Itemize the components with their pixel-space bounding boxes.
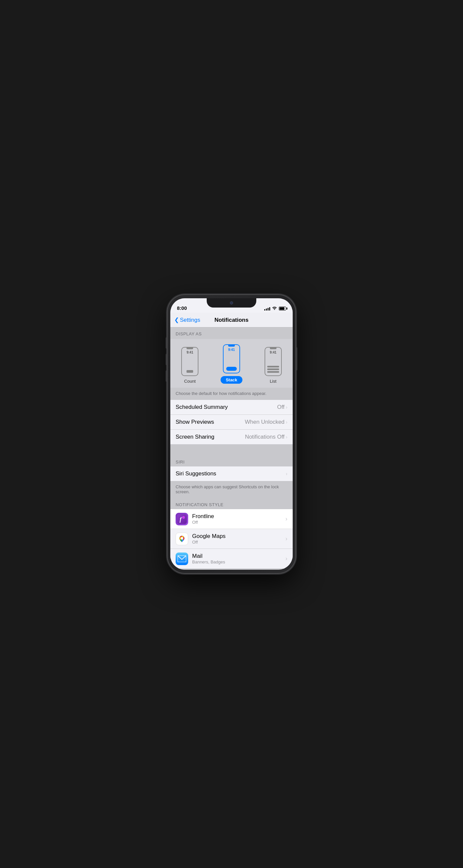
list-label: List	[270, 379, 276, 384]
stack-phone-icon: 9:41	[223, 344, 240, 373]
chevron-icon: ›	[286, 471, 287, 476]
mail-icon	[176, 553, 188, 565]
frontline-icon: f	[176, 513, 188, 525]
scheduled-summary-value: Off ›	[277, 404, 287, 410]
siri-group: Siri Suggestions ›	[170, 466, 293, 481]
signal-icon	[264, 307, 270, 311]
battery-icon	[279, 307, 286, 311]
frontline-status: Off	[192, 520, 214, 525]
show-previews-row[interactable]: Show Previews When Unlocked ›	[170, 415, 293, 430]
googlemaps-status: Off	[192, 539, 226, 545]
display-option-list[interactable]: 9:41 List	[265, 347, 282, 384]
siri-suggestions-row[interactable]: Siri Suggestions ›	[170, 466, 293, 481]
scheduled-summary-row[interactable]: Scheduled Summary Off ›	[170, 400, 293, 415]
back-label: Settings	[180, 317, 200, 323]
notch	[207, 298, 256, 308]
mail-status: Banners, Badges	[192, 559, 225, 564]
chevron-icon: ›	[286, 434, 287, 440]
stack-label: Stack	[221, 376, 243, 384]
settings-group-1: Scheduled Summary Off › Show Previews Wh…	[170, 400, 293, 444]
svg-point-2	[182, 516, 185, 519]
display-option-count[interactable]: 9:41 Count	[181, 347, 198, 384]
phone-frame: 8:00 ❮	[167, 294, 296, 574]
scheduled-summary-label: Scheduled Summary	[176, 404, 228, 410]
show-previews-value: When Unlocked ›	[245, 419, 287, 425]
mail-row[interactable]: Mail Banners, Badges ›	[170, 549, 293, 569]
siri-suggestions-label: Siri Suggestions	[176, 470, 216, 477]
notification-style-group: f Frontline Off ›	[170, 509, 293, 569]
count-phone-icon: 9:41	[181, 347, 198, 376]
back-button[interactable]: ❮ Settings	[174, 316, 200, 323]
list-phone-icon: 9:41	[265, 347, 282, 376]
status-icons	[264, 306, 286, 311]
screen-sharing-row[interactable]: Screen Sharing Notifications Off ›	[170, 430, 293, 444]
siri-section-label: SIRI	[170, 456, 293, 466]
content-area: DISPLAY AS 9:41 Count	[170, 328, 293, 570]
display-as-options: 9:41 Count 9:41 Stack	[170, 339, 293, 388]
svg-point-5	[180, 537, 183, 539]
notification-style-label: NOTIFICATION STYLE	[170, 498, 293, 509]
frontline-row[interactable]: f Frontline Off ›	[170, 509, 293, 529]
screen-sharing-value: Notifications Off ›	[245, 434, 287, 440]
chevron-icon: ›	[286, 420, 287, 425]
googlemaps-row[interactable]: Google Maps Off ›	[170, 529, 293, 549]
phone-screen: 8:00 ❮	[170, 298, 293, 570]
show-previews-label: Show Previews	[176, 419, 214, 425]
siri-suggestions-value: ›	[286, 471, 287, 476]
googlemaps-name: Google Maps	[192, 533, 226, 539]
display-as-label: DISPLAY AS	[170, 328, 293, 339]
chevron-left-icon: ❮	[174, 316, 179, 323]
count-label: Count	[184, 379, 196, 384]
siri-description: Choose which apps can suggest Shortcuts …	[170, 481, 293, 498]
display-as-section: DISPLAY AS 9:41 Count	[170, 328, 293, 400]
display-as-description: Choose the default for how notifications…	[170, 388, 293, 400]
chevron-icon: ›	[286, 535, 287, 542]
screen-sharing-label: Screen Sharing	[176, 434, 214, 440]
status-time: 8:00	[177, 305, 187, 311]
camera	[230, 301, 233, 305]
svg-rect-0	[177, 514, 187, 524]
frontline-name: Frontline	[192, 513, 214, 520]
googlemaps-icon	[176, 533, 188, 545]
chevron-icon: ›	[286, 405, 287, 410]
page-title: Notifications	[214, 317, 249, 323]
chevron-icon: ›	[286, 555, 287, 562]
group-gap-1	[170, 444, 293, 456]
mail-name: Mail	[192, 553, 225, 559]
nav-bar: ❮ Settings Notifications	[170, 313, 293, 328]
display-option-stack[interactable]: 9:41 Stack	[221, 344, 243, 384]
wifi-icon	[272, 306, 277, 311]
chevron-icon: ›	[286, 516, 287, 522]
